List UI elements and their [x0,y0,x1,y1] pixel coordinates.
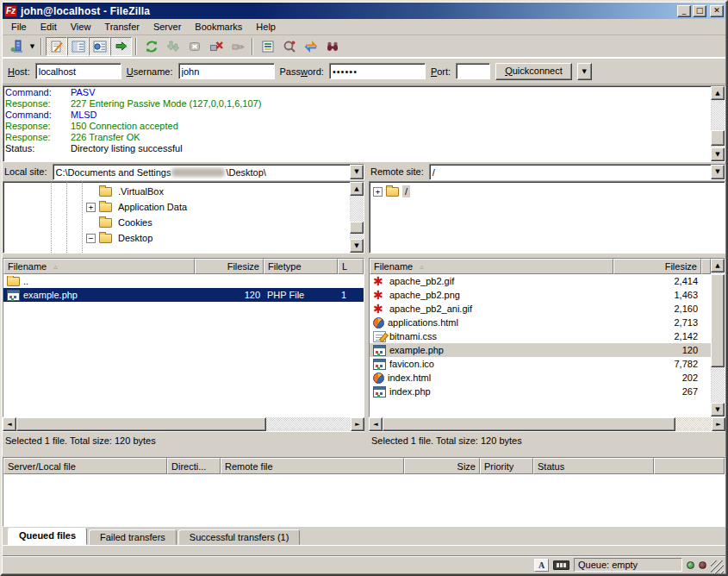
scroll-thumb[interactable] [16,417,266,431]
toggle-local-tree-button[interactable] [67,37,89,56]
column-header-filesize[interactable]: Filesize [613,259,701,274]
scroll-thumb[interactable] [350,222,364,234]
local-horizontal-scrollbar[interactable]: ◄ ► [3,417,364,431]
port-input[interactable] [456,63,490,79]
username-input[interactable] [178,63,275,79]
file-row[interactable]: favicon.ico7,782 [370,357,711,371]
tab-failed-transfers[interactable]: Failed transfers [89,529,177,545]
queue-column-size[interactable]: Size [404,458,480,474]
queue-column-server-local-file[interactable]: Server/Local file [3,458,167,474]
local-path: C:\Documents and Settings\Desktop\ [53,165,350,179]
scroll-down-icon[interactable]: ▼ [711,147,725,161]
column-header-filename[interactable]: Filename▵ [3,259,195,274]
file-row[interactable]: apache_pb2_ani.gif2,160 [370,302,711,316]
column-header-filename[interactable]: Filename▵ [370,259,613,274]
minimize-button[interactable]: _ [677,5,691,17]
toggle-remote-tree-button[interactable] [89,37,110,56]
file-row[interactable]: bitnami.css2,142 [370,329,711,343]
title-bar[interactable]: Fz john@localhost - FileZilla _ □ ✕ [3,3,725,19]
file-row[interactable]: index.html202 [370,371,711,385]
tree-item[interactable]: −Desktop [3,230,350,246]
cancel-operation-button[interactable] [184,37,205,56]
remote-site-dropdown-icon[interactable]: ▼ [711,165,725,179]
expand-icon[interactable]: + [86,203,96,212]
synchronized-browsing-button[interactable] [300,37,321,56]
tree-item[interactable]: .VirtualBox [3,184,350,199]
scroll-down-icon[interactable]: ▼ [350,239,364,253]
local-site-dropdown-icon[interactable]: ▼ [350,165,364,179]
menu-view[interactable]: View [64,20,98,34]
site-manager-button[interactable] [6,37,28,56]
scroll-thumb[interactable] [383,417,675,431]
tree-item[interactable]: +Application Data [3,199,350,215]
column-header-last-modified[interactable]: L [338,259,364,274]
tab-successful-transfers[interactable]: Successful transfers (1) [178,529,301,545]
queue-column-direction[interactable]: Directi... [167,458,221,474]
log-scrollbar[interactable]: ▲ ▼ [711,86,725,161]
file-row[interactable]: apache_pb2.gif2,414 [370,274,711,288]
scroll-up-icon[interactable]: ▲ [711,259,725,272]
column-header-filesize[interactable]: Filesize [195,259,264,274]
scroll-left-icon[interactable]: ◄ [3,417,16,431]
scroll-right-icon[interactable]: ► [351,417,364,431]
close-button[interactable]: ✕ [710,5,724,17]
resize-grip[interactable] [711,560,724,573]
toggle-transfer-queue-button[interactable] [110,37,132,56]
file-row[interactable]: apache_pb2.png1,463 [370,288,711,302]
remote-site-combobox[interactable]: / ▼ [429,164,725,180]
scroll-down-icon[interactable]: ▼ [711,403,725,416]
disconnect-button[interactable] [205,37,227,56]
menu-bookmarks[interactable]: Bookmarks [188,20,249,34]
column-header-filetype[interactable]: Filetype [264,259,338,274]
tree-item[interactable]: Cookies [3,215,350,230]
remote-horizontal-scrollbar[interactable]: ◄ ► [369,417,725,431]
menu-server[interactable]: Server [146,20,188,34]
menu-transfer[interactable]: Transfer [97,20,146,34]
scroll-thumb[interactable] [711,274,725,367]
collapse-icon[interactable]: − [86,234,96,243]
expand-icon[interactable]: + [373,187,383,197]
tree-item[interactable]: +/ [370,184,725,199]
queue-column-remote-file[interactable]: Remote file [221,458,404,474]
scroll-thumb[interactable] [711,130,725,146]
local-site-label: Local site: [3,166,49,177]
local-tree-scrollbar[interactable]: ▲ ▼ [350,182,364,253]
apache-image-icon [373,276,386,287]
reconnect-button[interactable] [227,37,248,56]
compare-directories-button[interactable] [278,37,300,56]
refresh-button[interactable] [140,37,162,56]
queue-column-status[interactable]: Status [533,458,654,474]
file-row-selected[interactable]: example.php120 [370,343,711,357]
find-files-button[interactable] [321,37,343,56]
quickconnect-button[interactable]: Quickconnect [495,63,572,80]
menu-file[interactable]: File [4,20,34,34]
password-input[interactable] [329,63,426,79]
quickconnect-dropdown-icon[interactable]: ▼ [577,63,592,80]
remote-list-scrollbar[interactable]: ▲ ▼ [711,259,725,416]
compare-directories-icon [283,40,296,53]
directory-filters-button[interactable] [257,37,278,56]
scroll-left-icon[interactable]: ◄ [369,417,383,431]
site-manager-dropdown-icon[interactable]: ▼ [28,43,37,50]
queue-column-priority[interactable]: Priority [480,458,533,474]
scroll-up-icon[interactable]: ▲ [711,86,725,100]
scroll-up-icon[interactable]: ▲ [350,182,364,196]
file-row[interactable]: .. [3,274,364,288]
message-log: Command:PASV Response:227 Entering Passi… [3,85,725,162]
file-row-selected[interactable]: example.php 120 PHP File 1 [3,288,364,302]
toggle-message-log-button[interactable] [46,37,67,56]
scroll-right-icon[interactable]: ► [712,417,725,431]
speed-limits-icon[interactable] [553,560,569,570]
maximize-button[interactable]: □ [693,5,706,17]
transfer-type-ascii-icon[interactable]: A [534,559,549,572]
folder-icon [99,203,112,212]
menu-bar: File Edit View Transfer Server Bookmarks… [3,19,725,35]
process-queue-button[interactable] [162,37,184,56]
menu-help[interactable]: Help [249,20,283,34]
file-row[interactable]: index.php267 [370,385,711,398]
menu-edit[interactable]: Edit [34,20,64,34]
tab-queued-files[interactable]: Queued files [8,528,87,545]
host-input[interactable] [35,63,121,79]
local-site-combobox[interactable]: C:\Documents and Settings\Desktop\ ▼ [53,164,364,180]
file-row[interactable]: applications.html2,713 [370,316,711,329]
